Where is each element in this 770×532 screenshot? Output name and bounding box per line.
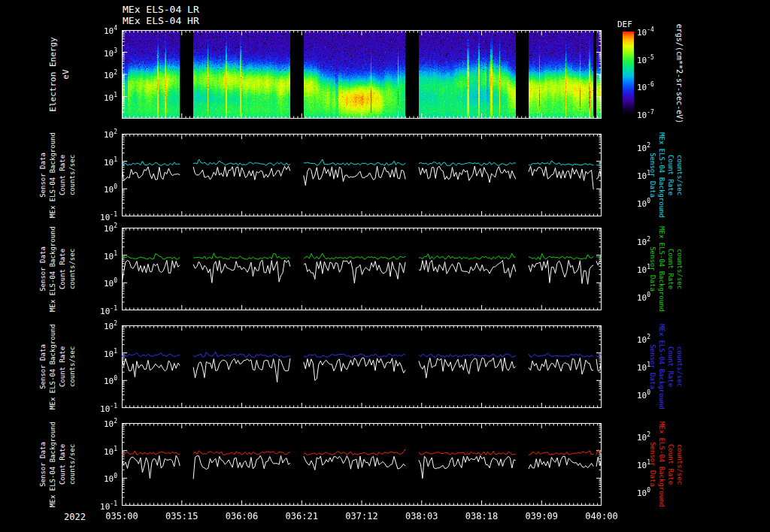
panel4-left-label-line4: counts/sec <box>68 444 76 485</box>
panel1-right-label-line4: counts/sec <box>676 155 684 195</box>
panel1-left-label-line4: counts/sec <box>68 155 76 195</box>
panel3-left-label-line2: MEx ELS-04 Background <box>49 324 56 410</box>
time-tick-label: 035:00 <box>105 512 138 521</box>
panel1-right-label-line1: Sensor Data <box>649 153 656 198</box>
colorbar-tick-label: 10-4 <box>637 27 654 38</box>
panel2-right-label-line2: MEx ELS-04 Background <box>658 226 665 312</box>
spectrogram-y-axis-unit: eV <box>61 69 71 79</box>
panel3-left-label-line4: counts/sec <box>68 346 76 387</box>
time-tick-label: 036:21 <box>286 512 318 521</box>
mex-els-quicklook-plot: MEx ELS-04 LR MEx ELS-04 HR Electron Ene… <box>0 0 770 532</box>
panel3-left-label-line1: Sensor Data <box>39 344 47 389</box>
panel1-left-label-line1: Sensor Data <box>39 153 47 198</box>
count-rate-plot-1 <box>122 134 602 216</box>
time-tick-label: 038:18 <box>465 512 498 521</box>
colorbar-title: DEF <box>617 20 632 29</box>
panel1-right-label-line2: MEx ELS-04 Background <box>658 132 665 218</box>
panel2-left-label-line2: MEx ELS-04 Background <box>49 226 56 312</box>
panel3-left-label-line3: Count Rate <box>59 346 66 387</box>
panel2-left-label-line1: Sensor Data <box>39 246 47 292</box>
panel2-right-label-line4: counts/sec <box>676 249 684 289</box>
count-rate-panel-4: Sensor Data MEx ELS-04 Background Count … <box>0 423 770 506</box>
plot-title-lr: MEx ELS-04 LR <box>123 4 199 15</box>
count-rate-plot-3 <box>122 325 602 408</box>
panel3-right-label-line2: MEx ELS-04 Background <box>658 324 665 410</box>
year-label: 2022 <box>64 512 86 522</box>
panel1-right-label-line3: Count Rate <box>667 155 675 195</box>
panel1-left-label-line2: MEx ELS-04 Background <box>49 132 56 218</box>
time-tick-label: 040:00 <box>585 512 617 521</box>
panel2-right-label-line3: Count Rate <box>667 249 675 289</box>
panel4-right-label-line4: counts/sec <box>676 444 684 485</box>
spectrogram-y-tick-label: 104 <box>81 26 117 36</box>
panel3-right-label-line1: Sensor Data <box>649 344 656 389</box>
spectrogram-y-tick-label: 102 <box>81 70 117 80</box>
spectrogram-axes-frame <box>122 30 602 119</box>
colorbar-unit-label: ergs/(cm**2-sr-sec-eV) <box>675 24 684 123</box>
panel2-left-label-line4: counts/sec <box>68 249 76 289</box>
panel4-right-label-line1: Sensor Data <box>649 442 656 487</box>
time-tick-label: 038:03 <box>405 512 438 521</box>
panel3-right-label-line4: counts/sec <box>676 346 684 387</box>
plot-title-hr: MEx ELS-04 HR <box>123 15 199 26</box>
panel4-left-label-line1: Sensor Data <box>39 442 47 487</box>
count-rate-panel-2: Sensor Data MEx ELS-04 Background Count … <box>0 228 770 310</box>
colorbar-tick-label: 10-5 <box>637 55 654 65</box>
panel3-right-label-line3: Count Rate <box>667 346 675 387</box>
panel2-right-label-line1: Sensor Data <box>649 246 656 292</box>
colorbar-tick-label: 10-7 <box>637 110 654 120</box>
count-rate-panel-3: Sensor Data MEx ELS-04 Background Count … <box>0 325 770 408</box>
time-tick-label: 036:06 <box>226 512 258 521</box>
spectrogram-y-axis-title: Electron Energy <box>48 37 58 111</box>
time-tick-label: 037:12 <box>345 512 377 521</box>
colorbar-tick-label: 10-6 <box>637 82 654 92</box>
time-tick-label: 035:15 <box>165 512 198 521</box>
def-colorbar <box>623 32 634 114</box>
spectrogram-y-tick-label: 103 <box>81 48 117 59</box>
panel4-left-label-line3: Count Rate <box>59 444 66 485</box>
count-rate-plot-4 <box>122 423 602 506</box>
time-tick-label: 039:09 <box>526 512 558 521</box>
panel1-left-label-line3: Count Rate <box>59 155 66 195</box>
count-rate-plot-2 <box>122 228 602 310</box>
panel4-right-label-line3: Count Rate <box>667 444 675 485</box>
panel4-left-label-line2: MEx ELS-04 Background <box>49 422 56 507</box>
spectrogram-y-tick-label: 101 <box>81 92 117 103</box>
count-rate-panel-1: Sensor Data MEx ELS-04 Background Count … <box>0 134 770 216</box>
panel4-right-label-line2: MEx ELS-04 Background <box>658 422 665 507</box>
panel2-left-label-line3: Count Rate <box>59 249 66 289</box>
